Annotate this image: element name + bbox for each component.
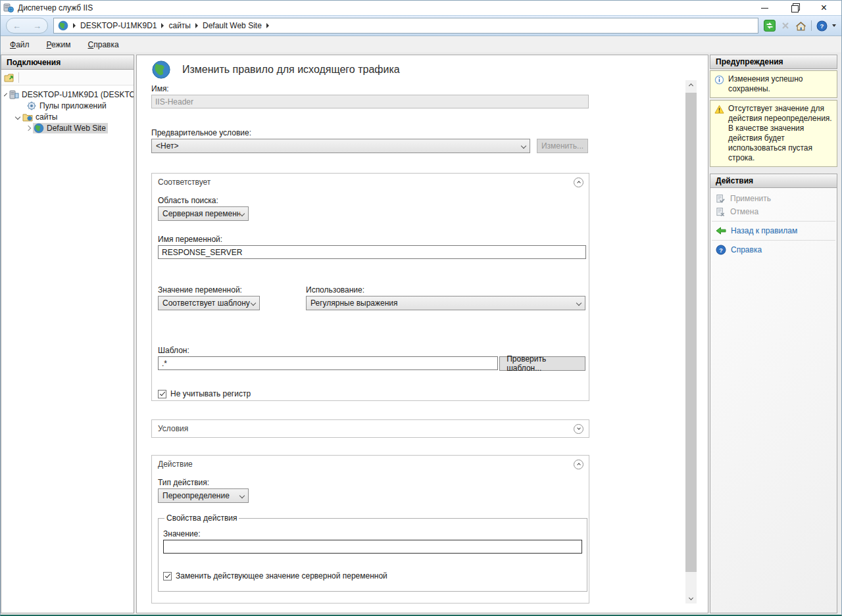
refresh-icon[interactable] [764,20,776,32]
chevron-down-icon [251,300,256,306]
stop-icon[interactable] [780,20,791,31]
warning-icon [714,105,724,114]
actions-list: Применить Отмена Назад к правилам ? Спра… [710,188,837,613]
crumb-separator-icon[interactable] [73,23,76,28]
collapse-section-button[interactable] [574,460,583,469]
globe-icon [58,20,68,31]
ignore-case-checkbox[interactable] [158,390,166,398]
help-link[interactable]: ? Справка [710,243,837,256]
page-title: Изменить правило для исходящего трафика [182,64,400,76]
variable-value-label: Значение переменной: [158,285,306,295]
action-properties-group: Свойства действия Значение: Заменить дей… [158,513,587,592]
nav-buttons: ← → [6,18,48,34]
title-bar: Диспетчер служб IIS × [1,1,841,15]
scroll-down-button[interactable] [685,592,697,604]
apply-button[interactable]: Применить [710,192,837,205]
crumb-separator-icon[interactable] [195,23,198,28]
toolbar-separator [811,20,812,31]
scroll-up-button[interactable] [685,80,697,91]
crumb-separator-icon[interactable] [161,23,164,28]
precondition-label: Предварительное условие: [151,128,589,137]
crumb-separator-icon[interactable] [266,23,269,28]
action-properties-legend: Свойства действия [164,513,239,523]
value-input[interactable] [163,540,582,554]
app-icon [3,3,14,13]
expander-closed-icon[interactable] [26,125,31,130]
action-section-title: Действие [158,460,574,469]
close-button[interactable]: × [809,1,839,14]
actions-separator [712,240,835,241]
collapse-section-button[interactable] [574,178,583,187]
iis-manager-window: Диспетчер служб IIS × ← → DESKTOP-U1MK9D… [0,0,842,616]
tree-item-app-pools[interactable]: Пулы приложений [1,100,134,111]
window-title: Диспетчер служб IIS [18,3,93,12]
edit-precondition-button[interactable]: Изменить... [537,139,588,153]
menu-file[interactable]: Файл [10,40,30,49]
forward-button[interactable]: → [33,21,41,31]
server-icon [9,89,19,100]
match-section: Соответствует Область поиска: Серверная … [151,173,589,401]
variable-name-input[interactable]: RESPONSE_SERVER [158,245,586,259]
connections-tree: DESKTOP-U1MK9D1 (DESKTO Пулы приложений … [1,85,134,133]
tree-item-default-web-site[interactable]: Default Web Site [1,122,134,133]
precondition-select[interactable]: <Нет> [151,139,530,153]
main-scrollbar[interactable] [685,80,697,604]
cancel-button[interactable]: Отмена [710,205,837,218]
name-input: IIS-Header [151,95,589,108]
action-section: Действие Тип действия: Переопределение С… [151,455,589,604]
crumb-server[interactable]: DESKTOP-U1MK9D1 [80,21,157,30]
minimize-button[interactable] [750,1,780,14]
workspace: Подключения DESKTOP-U1MK9D1 (DESKTO Пулы… [1,53,841,613]
chevron-down-icon [521,143,526,149]
breadcrumb[interactable]: DESKTOP-U1MK9D1 сайты Default Web Site [53,18,758,34]
back-button[interactable]: ← [12,21,21,31]
connections-toolbar [1,70,134,85]
tree-item-sites[interactable]: сайты [1,111,134,122]
help-icon[interactable]: ? [816,20,828,32]
using-label: Использование: [306,285,585,295]
replace-value-label: Заменить действующее значение серверной … [176,571,387,580]
alerts-header: Предупреждения [710,55,837,69]
action-section-header: Действие [152,456,589,473]
variable-name-label: Имя переменной: [158,235,585,244]
tree-item-server[interactable]: DESKTOP-U1MK9D1 (DESKTO [1,89,134,100]
home-icon[interactable] [795,20,806,32]
connections-header: Подключения [1,55,134,70]
scrollbar-thumb[interactable] [685,93,697,572]
alert-warning: Отсутствует значение для действия переоп… [710,100,837,167]
save-connection-icon[interactable] [4,72,14,83]
action-type-label: Тип действия: [158,478,585,487]
menu-bar: Файл Режим Справка [1,36,841,53]
chevron-down-icon [239,493,245,498]
expand-section-button[interactable] [574,424,583,434]
info-icon [714,75,724,85]
match-section-title: Соответствует [158,178,574,187]
globe-icon [151,60,171,80]
replace-value-checkbox[interactable] [163,572,172,580]
expander-open-icon[interactable] [4,93,7,96]
help-dropdown-icon[interactable] [832,24,836,27]
cancel-icon [716,207,726,217]
tree-item-label: Default Web Site [47,124,106,133]
alert-text: Изменения успешно сохранены. [728,74,833,94]
variable-value-select[interactable]: Соответствует шаблону [158,296,260,310]
alert-text: Отсутствует значение для действия переоп… [728,104,833,163]
selected-tree-item[interactable]: Default Web Site [33,123,108,133]
expander-open-icon[interactable] [15,114,20,119]
menu-view[interactable]: Режим [47,40,71,49]
alert-info: Изменения успешно сохранены. [710,70,837,98]
test-pattern-button[interactable]: Проверить шаблон... [499,356,585,371]
back-to-rules-link[interactable]: Назад к правилам [710,224,837,237]
restore-button[interactable] [780,1,809,14]
crumb-default-web-site[interactable]: Default Web Site [203,21,262,30]
pattern-input[interactable]: .* [158,356,498,370]
scope-label: Область поиска: [158,196,585,205]
menu-help[interactable]: Справка [88,40,119,49]
apply-icon [716,194,726,204]
scope-select[interactable]: Серверная переменн [158,206,249,221]
back-arrow-icon [716,225,726,236]
action-type-select[interactable]: Переопределение [158,488,249,503]
ignore-case-label: Не учитывать регистр [170,389,251,398]
using-select[interactable]: Регулярные выражения [306,296,585,310]
crumb-sites[interactable]: сайты [168,21,191,30]
